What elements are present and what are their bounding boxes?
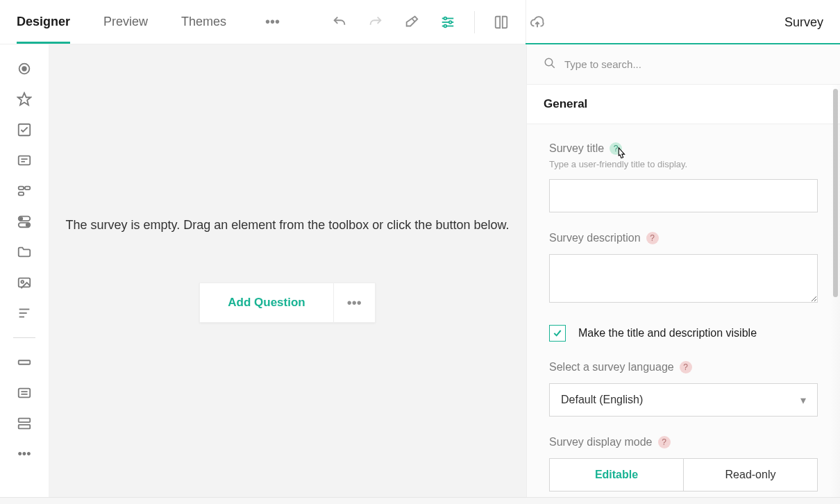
display-mode-editable-button[interactable]: Editable	[549, 458, 684, 492]
toolbox-singleinput-icon[interactable]	[15, 353, 33, 371]
survey-title-label: Survey title	[549, 142, 604, 155]
display-mode-readonly-button[interactable]: Read-only	[684, 458, 818, 492]
svg-rect-33	[19, 425, 31, 429]
help-icon[interactable]: ?	[658, 436, 671, 448]
svg-rect-28	[19, 360, 31, 364]
survey-language-label: Select a survey language	[549, 361, 674, 373]
scrollbar-thumb[interactable]	[833, 89, 838, 297]
add-question-button[interactable]: Add Question	[200, 296, 333, 310]
toolbox-comment-icon[interactable]	[15, 384, 33, 402]
search-icon	[544, 57, 556, 72]
field-survey-title: Survey title ? Type a user-friendly titl…	[549, 142, 818, 212]
visibility-checkbox-label: Make the title and description visible	[578, 327, 757, 339]
svg-rect-17	[25, 187, 30, 190]
field-survey-description: Survey description ?	[549, 232, 818, 305]
tab-themes[interactable]: Themes	[181, 1, 226, 43]
toolbox-checkbox-icon[interactable]	[15, 121, 33, 139]
svg-rect-29	[19, 389, 31, 398]
toolbox-tagbox-icon[interactable]	[15, 182, 33, 200]
toolbar-divider	[474, 11, 475, 33]
toolbox-ranking-icon[interactable]	[15, 304, 33, 322]
svg-point-6	[444, 24, 447, 27]
survey-title-input[interactable]	[549, 179, 818, 212]
svg-point-34	[545, 58, 553, 66]
bottom-bar	[0, 497, 840, 504]
tabs-overflow-icon[interactable]: •••	[260, 14, 280, 30]
designer-canvas[interactable]: The survey is empty. Drag an element fro…	[49, 44, 526, 497]
toolbox-file-icon[interactable]	[15, 243, 33, 261]
toolbox-image-icon[interactable]	[15, 274, 33, 292]
survey-language-value: Default (English)	[561, 394, 643, 406]
svg-point-10	[22, 67, 26, 71]
visibility-checkbox-row[interactable]: Make the title and description visible	[549, 325, 818, 342]
search-input[interactable]	[564, 58, 823, 70]
svg-rect-16	[19, 187, 24, 190]
toolbox-boolean-icon[interactable]	[15, 212, 33, 230]
panel-breadcrumb[interactable]: Survey	[784, 0, 823, 44]
survey-description-input[interactable]	[549, 254, 818, 303]
toolbox-overflow-icon[interactable]: •••	[15, 445, 33, 463]
svg-line-35	[551, 65, 555, 68]
toolbox-divider	[13, 337, 35, 338]
field-survey-language: Select a survey language ? Default (Engl…	[549, 361, 818, 417]
help-icon[interactable]: ?	[646, 232, 659, 244]
survey-language-select[interactable]: Default (English) ▾	[549, 383, 818, 417]
add-question-button-group: Add Question •••	[199, 283, 375, 323]
svg-rect-13	[19, 156, 31, 165]
chevron-down-icon: ▾	[800, 394, 806, 407]
upload-cloud-icon[interactable]	[528, 12, 547, 32]
eraser-icon[interactable]	[402, 12, 421, 32]
svg-point-0	[444, 17, 447, 19]
toolbox-rating-icon[interactable]	[15, 90, 33, 108]
svg-point-24	[21, 280, 24, 283]
display-mode-label: Survey display mode	[549, 436, 653, 448]
survey-description-label: Survey description	[549, 232, 641, 244]
svg-point-3	[449, 21, 452, 24]
redo-icon[interactable]	[366, 12, 385, 32]
svg-rect-18	[19, 192, 24, 196]
section-general-header[interactable]: General	[527, 85, 840, 124]
add-question-type-dropdown-icon[interactable]: •••	[333, 283, 375, 322]
tab-designer[interactable]: Designer	[17, 1, 70, 44]
toolbox-radiogroup-icon[interactable]	[15, 60, 33, 78]
property-panel: General Survey title ? Type a user-frien…	[526, 44, 840, 497]
svg-point-20	[20, 217, 23, 220]
property-search[interactable]	[527, 44, 840, 85]
field-display-mode: Survey display mode ? Editable Read-only	[549, 436, 818, 492]
settings-icon[interactable]	[438, 12, 457, 32]
survey-title-hint: Type a user-friendly title to display.	[549, 159, 818, 169]
toolbox: •••	[0, 44, 49, 497]
undo-icon[interactable]	[330, 12, 349, 32]
visibility-checkbox[interactable]	[549, 325, 566, 342]
svg-rect-32	[19, 419, 31, 423]
svg-marker-11	[18, 93, 31, 105]
toolbox-dropdown-icon[interactable]	[15, 151, 33, 169]
toolbox-multipletext-icon[interactable]	[15, 414, 33, 432]
empty-survey-message: The survey is empty. Drag an element fro…	[66, 218, 510, 233]
book-icon[interactable]	[492, 12, 511, 32]
svg-point-22	[26, 224, 29, 226]
help-icon[interactable]: ?	[680, 361, 692, 373]
tab-preview[interactable]: Preview	[103, 1, 148, 43]
help-icon[interactable]: ?	[610, 142, 622, 155]
topbar: Designer Preview Themes •••	[0, 0, 840, 44]
